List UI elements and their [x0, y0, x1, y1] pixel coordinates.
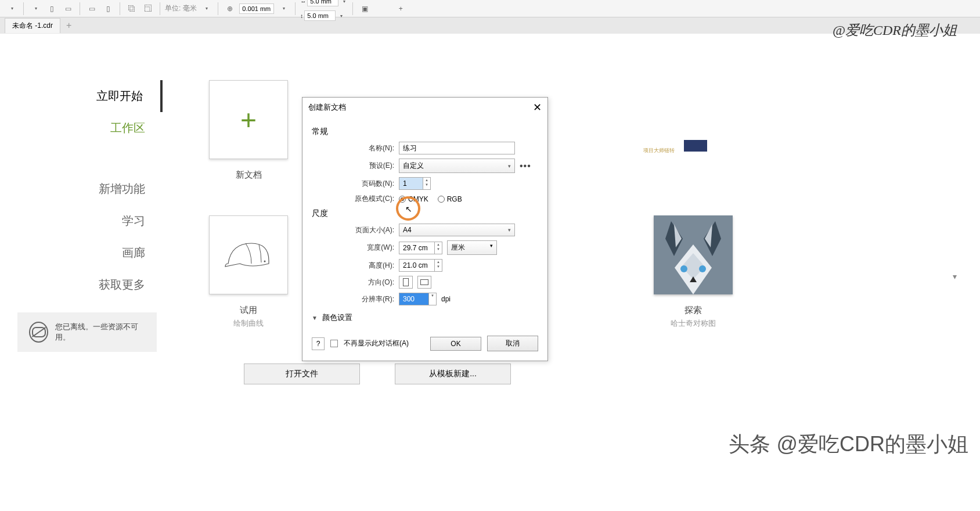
unit-value: 毫米 [183, 3, 197, 13]
portrait-icon[interactable]: ▯ [45, 2, 59, 16]
add-icon[interactable]: + [394, 2, 408, 16]
recent-thumb [684, 140, 707, 152]
svg-point-9 [699, 265, 706, 272]
height-label: 高度(H): [312, 261, 399, 271]
page-size-dropdown[interactable] [5, 2, 19, 16]
explore-sublabel: 哈士奇对称图 [654, 318, 733, 329]
name-input[interactable] [399, 142, 515, 154]
explore-card[interactable]: 探索 哈士奇对称图 [654, 215, 733, 329]
height-spinner[interactable]: ▲▼ [399, 259, 442, 272]
pagesize-label: 页面大小(A): [312, 225, 399, 235]
recent-thumb-label: 项目大师链转 [643, 147, 675, 154]
offline-icon [29, 322, 48, 343]
resolution-label: 分辨率(R): [312, 294, 399, 304]
pages-spinner[interactable]: ▲▼ [399, 177, 431, 190]
duplicate-y-input[interactable] [304, 10, 336, 21]
sidebar-item-whatsnew[interactable]: 新增功能 [0, 173, 163, 205]
sidebar-item-workspace[interactable]: 工作区 [0, 112, 163, 144]
property-toolbar: ▯ ▭ ▭ ▯ ⿻ ⿹ 单位: 毫米 ⊕ ↔ ↕ ▣ + [0, 0, 980, 17]
section-dimensions: 尺度 [312, 208, 538, 219]
offline-text: 您已离线。一些资源不可用。 [55, 322, 145, 343]
cancel-button[interactable]: 取消 [487, 336, 538, 351]
dialog-title: 创建新文档 [308, 102, 346, 113]
width-spinner[interactable]: ▲▼ [399, 242, 442, 254]
nudge-input[interactable] [239, 3, 274, 14]
pages-label: 页码数(N): [312, 179, 399, 189]
sidebar-item-learn[interactable]: 学习 [0, 205, 163, 237]
dont-show-checkbox[interactable] [330, 340, 338, 347]
landscape-button[interactable] [417, 276, 431, 289]
svg-point-0 [264, 261, 266, 262]
welcome-content: + 新文档 项目大师链转 ▾ 试用 绘制曲线 [174, 57, 980, 384]
rgb-radio[interactable]: RGB [438, 195, 462, 203]
portrait-button[interactable] [399, 276, 413, 289]
colormode-label: 原色模式(C): [312, 194, 399, 204]
preset-more-button[interactable]: ••• [520, 161, 531, 171]
group-icon[interactable]: ⿻ [125, 2, 139, 16]
open-file-button[interactable]: 打开文件 [244, 364, 360, 384]
ungroup-icon[interactable]: ⿹ [141, 2, 155, 16]
sidebar-item-start[interactable]: 立即开始 [0, 80, 163, 112]
document-tab[interactable]: 未命名 -1.cdr [5, 18, 60, 33]
unit-dropdown[interactable] [199, 2, 213, 16]
align-icon[interactable]: ▭ [85, 2, 99, 16]
preset-label: 预设(E): [312, 161, 399, 171]
orientation-dropdown[interactable] [28, 2, 42, 16]
name-label: 名称(N): [312, 143, 399, 153]
welcome-sidebar: 立即开始 工作区 新增功能 学习 画廊 获取更多 您已离线。一些资源不可用。 [0, 57, 174, 384]
watermark-top: @爱吃CDR的墨小姐 [833, 21, 957, 39]
crop-icon[interactable]: ▣ [358, 2, 372, 16]
trial-sublabel: 绘制曲线 [209, 318, 288, 329]
explore-label: 探索 [654, 305, 733, 316]
distribute-icon[interactable]: ▯ [101, 2, 115, 16]
sidebar-item-gallery[interactable]: 画廊 [0, 237, 163, 269]
husky-image [654, 215, 733, 294]
trial-label: 试用 [209, 305, 288, 316]
new-document-dialog: 创建新文档 ✕ 常规 名称(N): 预设(E): 自定义 ••• 页码数(N):… [302, 97, 548, 361]
unit-label: 单位: [165, 3, 181, 13]
watermark-bottom: 头条 @爱吃CDR的墨小姐 [729, 430, 968, 459]
help-button[interactable]: ? [312, 337, 325, 350]
svg-point-8 [680, 265, 687, 272]
pagesize-select[interactable]: A4 [399, 224, 515, 236]
from-template-button[interactable]: 从模板新建... [395, 364, 511, 384]
close-icon[interactable]: ✕ [533, 101, 542, 114]
cap-icon [219, 232, 278, 278]
expand-icon[interactable]: ▾ [953, 272, 957, 281]
chevron-down-icon: ▼ [312, 315, 318, 321]
resolution-spinner[interactable]: ▼ [399, 293, 437, 305]
dup-y-icon: ↕ [300, 13, 303, 19]
dpi-label: dpi [441, 295, 451, 303]
section-general: 常规 [312, 127, 538, 137]
landscape-icon[interactable]: ▭ [61, 2, 75, 16]
width-label: 宽度(W): [312, 243, 399, 253]
new-document-card[interactable]: + 新文档 [209, 80, 288, 181]
nudge-icon[interactable]: ⊕ [223, 2, 237, 16]
trial-card[interactable]: 试用 绘制曲线 [209, 215, 288, 329]
dup-x-icon: ↔ [300, 0, 306, 5]
preset-select[interactable]: 自定义 [399, 159, 515, 173]
offline-notice: 您已离线。一些资源不可用。 [17, 312, 157, 352]
cmyk-radio[interactable]: CMYK [399, 195, 428, 203]
orient-label: 方向(O): [312, 278, 399, 287]
tab-add-button[interactable]: + [60, 18, 77, 33]
unit-select[interactable]: 厘米 [447, 240, 497, 255]
duplicate-x-input[interactable] [307, 0, 338, 6]
sidebar-item-getmore[interactable]: 获取更多 [0, 269, 163, 301]
plus-icon: + [240, 104, 257, 136]
nudge-dropdown[interactable] [276, 2, 290, 16]
new-document-label: 新文档 [209, 170, 288, 181]
color-settings-toggle[interactable]: ▼ 颜色设置 [312, 312, 538, 323]
ok-button[interactable]: OK [430, 337, 481, 351]
dont-show-label: 不再显示此对话框(A) [344, 339, 409, 348]
